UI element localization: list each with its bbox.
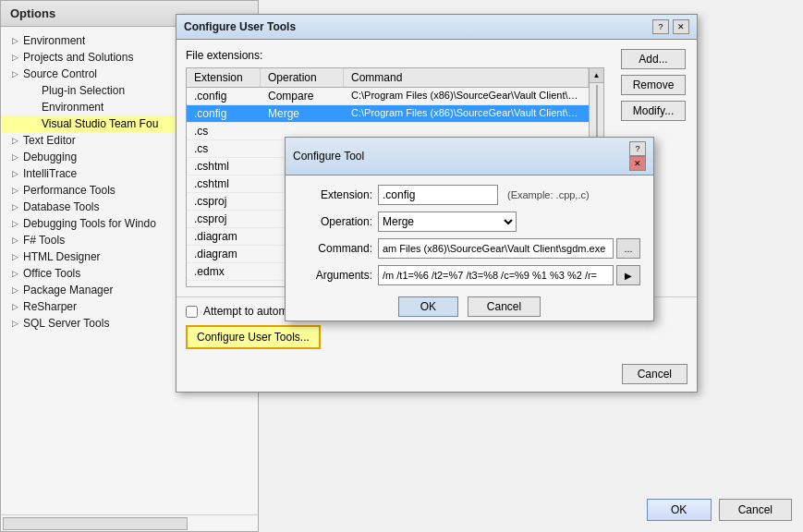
configure-user-tools-button[interactable]: Configure User Tools...	[186, 325, 321, 349]
extension-row: Extension: (Example: .cpp,.c)	[298, 185, 640, 205]
tree-label-vs_team: Visual Studio Team Fou	[42, 117, 158, 130]
configure-user-tools-titlebar: Configure User Tools ? ✕	[176, 15, 697, 40]
tree-arrow-intellitrace: ▷	[12, 169, 23, 178]
tree-label-environment2: Environment	[42, 101, 103, 114]
tree-arrow-office_tools: ▷	[12, 269, 23, 278]
extension-hint: (Example: .cpp,.c)	[507, 189, 590, 200]
browse-icon: ...	[624, 243, 632, 254]
arguments-input-wrap: ▶	[378, 265, 640, 285]
inner-ok-button[interactable]: OK	[398, 296, 458, 317]
inner-close-button[interactable]: ✕	[629, 156, 646, 171]
cell-cmd: C:\Program Files (x86)\SourceGear\Vault …	[344, 105, 589, 122]
options-scrollbar	[1, 514, 258, 531]
cell-op: Compare	[261, 88, 344, 104]
tree-label-performance_tools: Performance Tools	[23, 184, 116, 197]
tree-label-environment: Environment	[23, 34, 85, 47]
cell-ext: .config	[187, 88, 261, 104]
tree-label-debugging_tools: Debugging Tools for Windo	[23, 217, 156, 230]
col-operation: Operation	[261, 68, 344, 87]
main-bottom-buttons: OK Cancel	[647, 499, 792, 521]
scroll-up-arrow[interactable]: ▲	[590, 68, 603, 83]
configure-tool-footer: OK Cancel	[286, 291, 653, 324]
inner-cancel-button[interactable]: Cancel	[468, 296, 541, 317]
h-scrollbar[interactable]	[3, 517, 188, 530]
arguments-arrow-button[interactable]: ▶	[616, 265, 640, 285]
tree-label-projects: Projects and Solutions	[23, 51, 133, 64]
modify-button[interactable]: Modify...	[621, 101, 686, 121]
tree-label-text_editor: Text Editor	[23, 134, 76, 147]
auto-resolve-checkbox[interactable]	[186, 306, 198, 318]
tree-label-html_designer: HTML Designer	[23, 250, 101, 263]
cell-ext: .diagram	[187, 228, 261, 245]
table-row[interactable]: .configMergeC:\Program Files (x86)\Sourc…	[187, 105, 589, 123]
cell-ext: .cs	[187, 140, 261, 157]
tree-arrow-fsharp_tools: ▷	[12, 236, 23, 245]
col-extension: Extension	[187, 68, 261, 87]
operation-label: Operation:	[298, 215, 372, 228]
tree-label-intellitrace: IntelliTrace	[23, 167, 77, 180]
tree-label-database_tools: Database Tools	[23, 200, 100, 213]
tree-label-resharper: ReSharper	[23, 300, 77, 313]
cut-dialog-cancel-button[interactable]: Cancel	[622, 364, 687, 384]
tree-label-package_manager: Package Manager	[23, 284, 113, 296]
command-label: Command:	[298, 242, 372, 255]
close-icon: ✕	[677, 22, 685, 31]
tree-arrow-source_control: ▷	[12, 69, 23, 79]
tree-arrow-sql_server_tools: ▷	[12, 319, 23, 328]
main-cancel-button[interactable]: Cancel	[719, 499, 792, 521]
arguments-input[interactable]	[378, 265, 614, 285]
configure-tool-title: Configure Tool	[293, 150, 364, 163]
arrow-icon: ▶	[625, 271, 632, 281]
tree-label-fsharp_tools: F# Tools	[23, 234, 65, 247]
browse-button[interactable]: ...	[616, 238, 640, 259]
operation-row: Operation: Merge Compare	[298, 212, 640, 232]
command-input[interactable]	[378, 238, 614, 259]
arguments-row: Arguments: ▶	[298, 265, 640, 285]
operation-select[interactable]: Merge Compare	[378, 212, 517, 232]
col-command: Command	[344, 68, 589, 87]
inner-help-icon: ?	[635, 144, 639, 153]
configure-tool-titlebar: Configure Tool ? ✕	[286, 138, 653, 175]
help-button[interactable]: ?	[652, 19, 669, 34]
main-ok-button[interactable]: OK	[647, 499, 712, 521]
tree-arrow-projects: ▷	[12, 53, 23, 62]
cell-ext: .cshtml	[187, 175, 261, 192]
configure-user-tools-title: Configure User Tools	[184, 20, 296, 33]
tree-label-plugin_selection: Plug-in Selection	[42, 84, 125, 97]
close-button[interactable]: ✕	[673, 19, 689, 34]
operation-select-wrap: Merge Compare	[378, 212, 517, 232]
arguments-label: Arguments:	[298, 269, 372, 282]
configure-tool-body: Extension: (Example: .cpp,.c) Operation:…	[286, 175, 653, 291]
cell-ext: .diagram	[187, 246, 261, 262]
tree-label-office_tools: Office Tools	[23, 267, 80, 280]
tree-arrow-resharper: ▷	[12, 302, 23, 311]
options-title: Options	[10, 6, 55, 20]
tree-label-debugging: Debugging	[23, 151, 77, 163]
tree-arrow-package_manager: ▷	[12, 285, 23, 295]
footer-buttons: Cancel	[176, 357, 697, 392]
extension-input[interactable]	[378, 185, 498, 205]
inner-help-button[interactable]: ?	[629, 141, 646, 156]
table-row[interactable]: .configCompareC:\Program Files (x86)\Sou…	[187, 88, 589, 105]
cell-ext: .cshtml	[187, 158, 261, 175]
cell-ext: .edmx	[187, 263, 261, 280]
add-button[interactable]: Add...	[621, 49, 686, 69]
table-header: Extension Operation Command	[187, 68, 589, 88]
configure-tool-dialog: Configure Tool ? ✕ Extension: (Example: …	[285, 137, 654, 321]
tree-arrow-text_editor: ▷	[12, 136, 23, 145]
extension-label: Extension:	[298, 188, 372, 201]
tree-arrow-html_designer: ▷	[12, 252, 23, 261]
tree-arrow-debugging_tools: ▷	[12, 219, 23, 228]
remove-button[interactable]: Remove	[621, 75, 686, 95]
dialog-controls: ? ✕	[652, 19, 689, 34]
command-input-wrap: ...	[378, 238, 640, 259]
tree-arrow-performance_tools: ▷	[12, 186, 23, 195]
scroll-up-icon: ▲	[593, 71, 601, 79]
command-row: Command: ...	[298, 238, 640, 259]
inner-close-icon: ✕	[634, 159, 641, 168]
file-extensions-label: File extensions:	[186, 49, 604, 62]
cell-cmd: C:\Program Files (x86)\SourceGear\Vault …	[344, 88, 589, 104]
tree-arrow-database_tools: ▷	[12, 202, 23, 212]
cell-ext: .config	[187, 105, 261, 122]
cell-ext: .csproj	[187, 211, 261, 227]
